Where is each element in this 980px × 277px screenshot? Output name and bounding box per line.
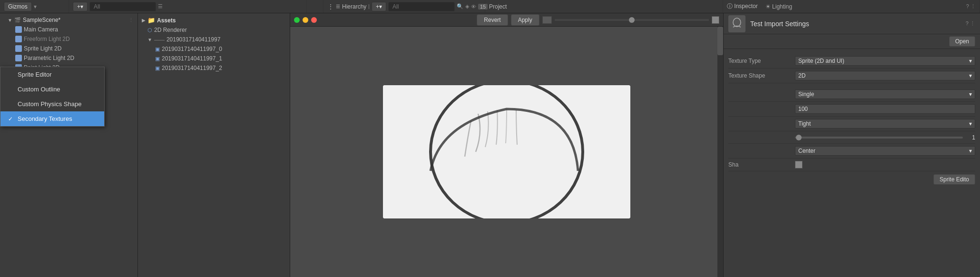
inspector-avatar (728, 15, 745, 32)
project-assets-folder[interactable]: ▶ 📁 Assets (138, 15, 290, 25)
svg-rect-0 (383, 85, 630, 218)
dropdown-menu: Sprite Editor Custom Outline Custom Phys… (0, 67, 105, 127)
sprite-mode-row: Single ▾ (728, 87, 975, 102)
inspector-body: Texture Type Sprite (2D and UI) ▾ Textur… (724, 49, 980, 277)
hierarchy-parametric-light: Parametric Light 2D (24, 55, 74, 61)
zoom-end-box (712, 16, 719, 24)
project-sprite-1[interactable]: ▣ 20190317140411997_1 (138, 54, 290, 63)
apply-button[interactable]: Apply (511, 14, 539, 26)
texture-type-select[interactable]: Sprite (2D and UI) ▾ (795, 56, 975, 66)
hierarchy-item-maincamera[interactable]: Main Camera (0, 25, 137, 34)
pixels-row (728, 102, 975, 117)
red-light (311, 17, 317, 23)
gizmos-button[interactable]: Gizmos (4, 2, 32, 11)
sprite-content-area (290, 27, 723, 277)
zoom-slider[interactable] (555, 19, 709, 21)
mesh-type-value: Tight ▾ (795, 119, 975, 129)
pixels-input[interactable] (795, 104, 975, 114)
extrude-slider-track[interactable] (795, 137, 963, 138)
project-sprite-0[interactable]: ▣ 20190317140411997_0 (138, 44, 290, 54)
sha-color-box[interactable] (795, 161, 803, 168)
texture-type-value: Sprite (2D and UI) ▾ (795, 56, 975, 66)
extrude-row: 1 (728, 131, 975, 144)
avatar-image (728, 15, 745, 32)
sprite-editor-menu-label: Sprite Editor (18, 71, 52, 78)
scene-name: SampleScene* (23, 17, 60, 23)
dropdown-item-custom-physics[interactable]: Custom Physics Shape (0, 97, 104, 111)
project-2d-renderer[interactable]: ⬡ 2D Renderer (138, 25, 290, 35)
hierarchy-sprite-light: Sprite Light 2D (24, 45, 61, 52)
sha-row: Sha (728, 158, 975, 171)
project-toolbar: ⋮ ☰ Hierarchy | +▾ 🔍 ◈ 👁 15 (323, 0, 485, 13)
open-button[interactable]: Open (949, 36, 975, 47)
texture-shape-select[interactable]: 2D ▾ (795, 71, 975, 80)
hierarchy-label: Hierarchy (342, 3, 366, 10)
project-label: Project (489, 3, 507, 10)
mesh-type-row: Tight ▾ (728, 117, 975, 131)
project-folder-0[interactable]: ▼ —— 20190317140411997 (138, 35, 290, 44)
sprite-editor-button[interactable]: Sprite Edito (933, 174, 975, 185)
dropdown-item-secondary-textures[interactable]: ✓ Secondary Textures (0, 111, 104, 126)
extrude-slider-thumb[interactable] (796, 135, 802, 140)
sprite-editor-btn-row: Sprite Edito (728, 171, 975, 185)
sprite-scrollbar[interactable] (717, 27, 723, 277)
project-panel: ▶ 📁 Assets ⬡ 2D Renderer ▼ —— 2019031714… (138, 13, 290, 277)
inspector-title: Test Import Settings (750, 20, 961, 28)
hierarchy-item-freeformlight[interactable]: Freeform Light 2D (0, 34, 137, 44)
sprite-editor-panel: Revert Apply (290, 13, 723, 277)
hierarchy-panel: ▼ 🎬 SampleScene* ⋮ Main Camera Freeform … (0, 13, 138, 277)
folder-0-label: 20190317140411997 (167, 36, 220, 43)
yellow-light (303, 17, 308, 23)
assets-label: Assets (157, 17, 176, 24)
open-button-row: Open (724, 34, 980, 49)
texture-type-label: Texture Type (728, 58, 795, 64)
scene-root[interactable]: ▼ 🎬 SampleScene* ⋮ (0, 15, 137, 25)
sprite-image (383, 85, 630, 218)
sprite-mode-select[interactable]: Single ▾ (795, 89, 975, 99)
pivot-select[interactable]: Center ▾ (795, 146, 975, 156)
top-toolbar: Gizmos ▾ +▾ ☰ ⋮ ☰ Hierarchy | +▾ 🔍 ◈ 👁 1… (0, 0, 980, 13)
pivot-row: Center ▾ (728, 144, 975, 158)
hierarchy-add-button[interactable]: +▾ (73, 2, 88, 11)
inspector-toolbar: ⓘ Inspector ☀ Lighting ? ⋮ (723, 0, 980, 13)
dropdown-item-custom-outline[interactable]: Custom Outline (0, 82, 104, 97)
mesh-type-select[interactable]: Tight ▾ (795, 119, 975, 129)
inspector-title-bar: Test Import Settings ? ⋮ (724, 13, 980, 34)
hierarchy-freeform-light: Freeform Light 2D (24, 36, 70, 42)
zoom-thumb[interactable] (629, 17, 635, 23)
green-light (294, 17, 300, 23)
scene-toolbar: Project (485, 0, 723, 13)
gizmos-section: Gizmos ▾ (0, 0, 69, 13)
sha-value (795, 161, 975, 168)
sprite-2-label: 20190317140411997_2 (162, 65, 222, 71)
texture-type-row: Texture Type Sprite (2D and UI) ▾ (728, 54, 975, 69)
pixels-value-container (795, 104, 975, 114)
texture-shape-value: 2D ▾ (795, 71, 975, 80)
sprite-1-label: 20190317140411997_1 (162, 55, 222, 62)
custom-outline-menu-label: Custom Outline (18, 86, 60, 93)
sprite-svg (383, 85, 630, 218)
sprite-editor-toolbar: Revert Apply (290, 13, 723, 27)
sprite-scrollbar-thumb[interactable] (717, 27, 723, 55)
2d-renderer-label: 2D Renderer (154, 27, 187, 33)
hierarchy-main-camera: Main Camera (24, 26, 58, 33)
sprite-mode-value: Single ▾ (795, 89, 975, 99)
hierarchy-item-parametriclight[interactable]: Parametric Light 2D (0, 53, 137, 63)
hierarchy-item-spritelight[interactable]: Sprite Light 2D (0, 44, 137, 53)
extrude-value: 1 (795, 134, 975, 141)
divider1 (307, 0, 323, 13)
hierarchy-toolbar: +▾ ☰ (69, 0, 307, 13)
dropdown-item-sprite-editor[interactable]: Sprite Editor (0, 67, 104, 82)
project-search-input[interactable] (388, 2, 455, 11)
revert-button[interactable]: Revert (477, 14, 508, 26)
lighting-tab-label: ☀ Lighting (765, 3, 792, 10)
inspector-tab-label: ⓘ Inspector (727, 2, 758, 10)
hierarchy-search-input[interactable] (89, 2, 156, 11)
texture-shape-label: Texture Shape (728, 72, 795, 79)
extrude-value-label: 1 (966, 134, 975, 141)
color-picker[interactable] (542, 16, 552, 24)
project-sprite-2[interactable]: ▣ 20190317140411997_2 (138, 63, 290, 73)
texture-shape-row: Texture Shape 2D ▾ (728, 69, 975, 83)
project-add-button[interactable]: +▾ (372, 2, 386, 11)
inspector-panel: Test Import Settings ? ⋮ Open Texture Ty… (723, 13, 980, 277)
